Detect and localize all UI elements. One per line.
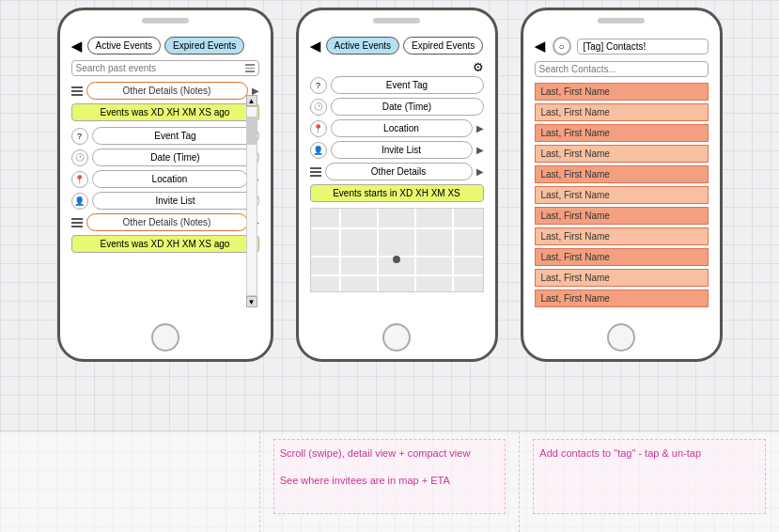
phone-1-search-input[interactable]	[76, 63, 245, 73]
phone-2-row-3: 👤 Invite List ▶	[310, 141, 484, 159]
phone-3-search-input[interactable]	[539, 64, 704, 74]
phone-1-expired-events-tab[interactable]: Expired Events	[164, 37, 244, 55]
phone-3-tag-bar: ◀ ○ [Tag] Contacts!	[535, 37, 709, 55]
phone-3-search-bar	[535, 61, 709, 77]
phone-2-status-bar: Events starts in XD XH XM XS	[310, 184, 484, 202]
phone-2-speaker	[373, 18, 420, 23]
phone-1-scroll-thumb[interactable]	[247, 117, 257, 145]
phone-1-row-2: 📍 Location ▶	[71, 170, 259, 188]
phone-1-row-3: 👤 Invite List	[71, 192, 259, 210]
phone-2-expired-events-tab[interactable]: Expired Events	[403, 37, 483, 55]
phone-1-search-bar	[71, 60, 259, 76]
phone-1-row-0: ? Event Tag	[71, 127, 259, 145]
phone-3-tag-circle: ○	[553, 37, 571, 55]
contact-item-7[interactable]: Last, First Name	[535, 227, 709, 245]
phone-2: ◀ Active Events Expired Events ⚙ ? Event…	[296, 8, 498, 362]
phone-1-scrollbar: ▲ ▼	[246, 95, 257, 307]
phone-2-tab-bar: ◀ Active Events Expired Events	[310, 37, 484, 55]
contact-item-9[interactable]: Last, First Name	[535, 269, 709, 287]
phone-3-inner: ◀ ○ [Tag] Contacts! Last, First Name Las…	[523, 27, 720, 318]
phone-1-home-btn[interactable]	[151, 323, 179, 352]
phone-3-contacts-list: Last, First Name Last, First Name Last, …	[535, 83, 709, 307]
bottom-col-1	[0, 431, 259, 532]
phones-row: ◀ Active Events Expired Events Othe	[0, 0, 779, 362]
phone-1-location-btn[interactable]: Location	[92, 170, 248, 188]
phone-1-row-4: Other Details (Notes) ▶	[71, 213, 259, 231]
phone-1-pin-icon: 📍	[71, 171, 88, 188]
phone-2-row-0: ? Event Tag	[310, 76, 484, 94]
bottom-note-2b: See where invitees are in map + ETA	[280, 473, 500, 489]
phone-2-back-btn[interactable]: ◀	[310, 39, 320, 54]
phone-1-scroll-track	[246, 106, 257, 296]
phone-2-invite-chevron: ▶	[476, 145, 484, 155]
phone-1-row-1: 🕐 Date (Time)	[71, 149, 259, 166]
phone-2-date-time-btn[interactable]: Date (Time)	[331, 98, 484, 116]
contact-item-6[interactable]: Last, First Name	[535, 207, 709, 225]
phone-2-lines-icon	[310, 167, 321, 177]
phone-2-question-icon: ?	[310, 77, 327, 94]
bottom-col-3: Add contacts to "tag" - tap & un-tap	[520, 431, 779, 532]
phone-1-other-details-btn[interactable]: Other Details (Notes)	[86, 82, 248, 100]
phone-1-speaker	[142, 18, 189, 23]
phone-2-location-chevron: ▶	[476, 123, 484, 133]
bottom-col-2-inner: Scroll (swipe), detail view + compact vi…	[273, 439, 506, 514]
phone-2-invite-list-btn[interactable]: Invite List	[331, 141, 473, 159]
phone-2-inner: ◀ Active Events Expired Events ⚙ ? Event…	[299, 27, 495, 318]
phone-1-invite-list-btn[interactable]: Invite List	[92, 192, 259, 210]
phone-2-home-btn[interactable]	[382, 323, 411, 352]
phone-2-map	[310, 208, 484, 292]
bottom-note-3: Add contacts to "tag" - tap & un-tap	[539, 446, 759, 462]
phone-1-date-time-btn[interactable]: Date (Time)	[92, 149, 259, 166]
phone-1-event-tag-btn[interactable]: Event Tag	[92, 127, 259, 145]
phone-2-gear-icon[interactable]: ⚙	[473, 60, 484, 74]
phone-2-person-icon: 👤	[310, 142, 327, 159]
phone-1-lines-icon	[71, 86, 83, 96]
phone-2-active-events-tab[interactable]: Active Events	[326, 37, 400, 55]
phone-2-other-details-btn[interactable]: Other Details	[325, 163, 473, 180]
phone-1-clock-icon: 🕐	[71, 149, 88, 166]
bottom-notes: Scroll (swipe), detail view + compact vi…	[0, 430, 779, 532]
phone-2-pin-icon: 📍	[310, 120, 327, 137]
phone-1-active-events-tab[interactable]: Active Events	[87, 37, 162, 55]
bottom-col-2: Scroll (swipe), detail view + compact vi…	[259, 431, 521, 532]
phone-1-lines-icon2	[71, 218, 83, 227]
phone-1-other-details-btn2[interactable]: Other Details (Notes)	[86, 213, 248, 231]
phone-3-speaker	[598, 18, 645, 23]
contact-item-3[interactable]: Last, First Name	[535, 145, 709, 163]
phone-1-person-icon: 👤	[71, 193, 88, 210]
phone-1-status-bar-top: Events was XD XH XM XS ago	[71, 103, 259, 121]
phone-1-scroll-up[interactable]: ▲	[246, 95, 257, 106]
phone-2-other-details-chevron: ▶	[476, 166, 484, 177]
phone-1-inner: ◀ Active Events Expired Events Othe	[60, 27, 271, 318]
page-wrapper: ◀ Active Events Expired Events Othe	[0, 0, 779, 532]
contact-item-1[interactable]: Last, First Name	[535, 103, 709, 121]
phone-1-back-btn[interactable]: ◀	[71, 39, 82, 54]
phone-1: ◀ Active Events Expired Events Othe	[57, 8, 273, 362]
phone-2-gear-row: ⚙	[310, 60, 484, 74]
phone-2-location-btn[interactable]: Location	[331, 119, 473, 137]
phone-3-home-btn[interactable]	[607, 323, 635, 352]
phone-1-search-icon	[245, 64, 255, 72]
bottom-col-3-inner: Add contacts to "tag" - tap & un-tap	[533, 439, 766, 514]
phone-1-other-details-row: Other Details (Notes) ▶	[71, 82, 259, 100]
bottom-note-2a: Scroll (swipe), detail view + compact vi…	[280, 446, 500, 462]
contact-item-4[interactable]: Last, First Name	[535, 165, 709, 183]
phone-2-row-4: Other Details ▶	[310, 163, 484, 180]
phone-1-status-bar-bottom: Events was XD XH XM XS ago	[71, 235, 259, 253]
phone-2-clock-icon: 🕐	[310, 99, 327, 116]
contact-item-5[interactable]: Last, First Name	[535, 186, 709, 204]
phone-2-row-2: 📍 Location ▶	[310, 119, 484, 137]
contact-item-2[interactable]: Last, First Name	[535, 124, 709, 142]
contact-item-0[interactable]: Last, First Name	[535, 83, 709, 101]
phone-1-scroll-down[interactable]: ▼	[246, 296, 257, 307]
phone-1-question-icon: ?	[71, 128, 88, 145]
contact-item-10[interactable]: Last, First Name	[535, 289, 709, 307]
phone-1-tab-bar: ◀ Active Events Expired Events	[71, 37, 259, 55]
contact-item-8[interactable]: Last, First Name	[535, 248, 709, 266]
phone-3-back-btn[interactable]: ◀	[535, 39, 545, 54]
phone-2-map-dot	[393, 256, 400, 263]
phone-3-tag-label: [Tag] Contacts!	[577, 39, 709, 55]
phone-2-event-tag-btn[interactable]: Event Tag	[331, 76, 484, 94]
phone-2-row-1: 🕐 Date (Time)	[310, 98, 484, 116]
phone-3: ◀ ○ [Tag] Contacts! Last, First Name Las…	[521, 8, 723, 362]
